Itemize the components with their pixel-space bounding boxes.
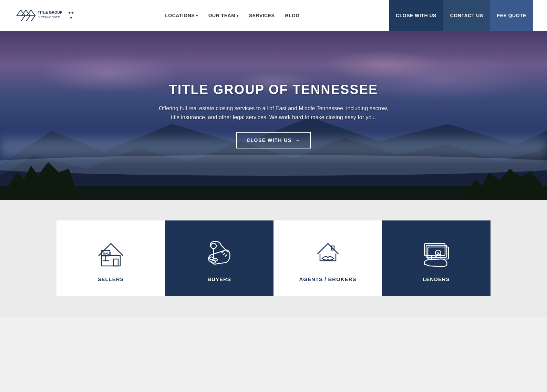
hero-title: TITLE GROUP OF TENNESSEE bbox=[156, 82, 391, 97]
cards-section: SALE SELLERS bbox=[0, 200, 547, 317]
svg-text:of TENNESSEE: of TENNESSEE bbox=[38, 15, 60, 19]
handshake-house-icon bbox=[312, 238, 343, 269]
lenders-label: LENDERS bbox=[423, 276, 450, 282]
hero-content: TITLE GROUP OF TENNESSEE Offering full r… bbox=[149, 75, 398, 155]
close-with-us-button[interactable]: CLOSE WITH US bbox=[389, 0, 443, 31]
money-hand-icon: $ bbox=[421, 238, 452, 269]
svg-line-23 bbox=[224, 253, 225, 255]
nav-services[interactable]: SERVICES bbox=[249, 13, 275, 18]
svg-point-19 bbox=[209, 257, 214, 260]
svg-text:SALE: SALE bbox=[103, 252, 111, 255]
buyers-card[interactable]: BUYERS bbox=[165, 220, 274, 296]
logo[interactable]: TITLE GROUP of TENNESSEE ★★ ★ bbox=[14, 4, 76, 27]
site-header: TITLE GROUP of TENNESSEE ★★ ★ LOCATIONS … bbox=[0, 0, 547, 31]
svg-text:★: ★ bbox=[70, 16, 73, 19]
nav-blog[interactable]: BLOG bbox=[285, 13, 299, 18]
hero-cta-button[interactable]: CLOSE WITH US → bbox=[236, 132, 311, 148]
lenders-card[interactable]: $ LENDERS bbox=[382, 220, 491, 296]
svg-rect-12 bbox=[113, 259, 118, 266]
contact-us-button[interactable]: CONTACT US bbox=[443, 0, 490, 31]
hero-subtitle: Offering full real estate closing servic… bbox=[156, 104, 391, 122]
nav-our-team[interactable]: OUR TEAM ▾ bbox=[208, 13, 239, 18]
sale-house-icon: SALE bbox=[95, 238, 126, 269]
sellers-label: SELLERS bbox=[97, 276, 124, 282]
header-buttons: CLOSE WITH US CONTACT US FEE QUOTE bbox=[389, 0, 533, 31]
sellers-card[interactable]: SALE SELLERS bbox=[56, 220, 165, 296]
svg-text:TITLE GROUP: TITLE GROUP bbox=[38, 10, 62, 14]
svg-point-17 bbox=[211, 243, 216, 249]
chevron-down-icon: ▾ bbox=[196, 14, 198, 18]
nav-locations[interactable]: LOCATIONS ▾ bbox=[165, 13, 198, 18]
keys-icon bbox=[204, 238, 235, 269]
agents-brokers-card[interactable]: AGENTS / BROKERS bbox=[274, 220, 382, 296]
buyers-label: BUYERS bbox=[207, 276, 231, 282]
svg-text:★★: ★★ bbox=[68, 11, 74, 15]
agents-brokers-label: AGENTS / BROKERS bbox=[299, 276, 356, 282]
fee-quote-button[interactable]: FEE QUOTE bbox=[490, 0, 533, 31]
main-nav: LOCATIONS ▾ OUR TEAM ▾ SERVICES BLOG bbox=[165, 13, 300, 18]
hero-section: TITLE GROUP OF TENNESSEE Offering full r… bbox=[0, 31, 547, 200]
cards-grid: SALE SELLERS bbox=[50, 220, 497, 296]
svg-line-24 bbox=[225, 255, 227, 256]
chevron-down-icon: ▾ bbox=[237, 14, 239, 18]
